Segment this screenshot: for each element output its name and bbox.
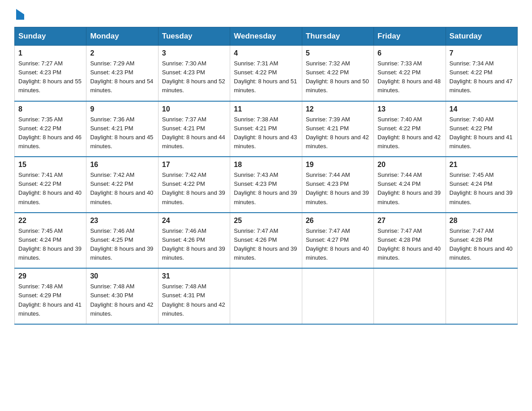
sunrise-label: Sunrise: 7:47 AM — [306, 227, 350, 234]
sunset-label: Sunset: 4:23 PM — [234, 180, 277, 187]
logo — [14, 11, 24, 20]
day-number: 23 — [90, 217, 154, 225]
daylight-label: Daylight: 8 hours and 44 minutes. — [162, 134, 225, 150]
calendar-day-cell: 31 Sunrise: 7:48 AM Sunset: 4:31 PM Dayl… — [158, 268, 230, 324]
sunset-label: Sunset: 4:24 PM — [18, 236, 61, 243]
daylight-label: Daylight: 8 hours and 51 minutes. — [234, 78, 297, 94]
day-number: 20 — [378, 161, 442, 169]
sunrise-label: Sunrise: 7:45 AM — [18, 227, 63, 234]
sunrise-label: Sunrise: 7:30 AM — [162, 60, 206, 67]
calendar-day-cell — [230, 268, 302, 324]
sunset-label: Sunset: 4:21 PM — [162, 125, 205, 132]
daylight-label: Daylight: 8 hours and 42 minutes. — [378, 134, 441, 150]
sunrise-label: Sunrise: 7:35 AM — [18, 116, 63, 123]
sunset-label: Sunset: 4:22 PM — [162, 180, 205, 187]
weekday-header-monday: Monday — [86, 27, 158, 46]
weekday-header-tuesday: Tuesday — [158, 27, 230, 46]
day-info: Sunrise: 7:44 AM Sunset: 4:23 PM Dayligh… — [306, 171, 370, 207]
day-info: Sunrise: 7:33 AM Sunset: 4:22 PM Dayligh… — [378, 59, 442, 95]
day-info: Sunrise: 7:48 AM Sunset: 4:29 PM Dayligh… — [18, 282, 82, 318]
sunrise-label: Sunrise: 7:31 AM — [234, 60, 278, 67]
calendar-day-cell: 16 Sunrise: 7:42 AM Sunset: 4:22 PM Dayl… — [86, 157, 158, 213]
sunrise-label: Sunrise: 7:38 AM — [234, 116, 278, 123]
sunset-label: Sunset: 4:23 PM — [90, 69, 133, 76]
daylight-label: Daylight: 8 hours and 42 minutes. — [306, 134, 369, 150]
day-number: 14 — [450, 105, 514, 113]
sunrise-label: Sunrise: 7:40 AM — [378, 116, 422, 123]
daylight-label: Daylight: 8 hours and 52 minutes. — [162, 78, 225, 94]
daylight-label: Daylight: 8 hours and 40 minutes. — [378, 245, 441, 261]
calendar-day-cell: 11 Sunrise: 7:38 AM Sunset: 4:21 PM Dayl… — [230, 101, 302, 157]
day-number: 29 — [18, 272, 82, 280]
day-number: 12 — [306, 105, 370, 113]
day-number: 1 — [18, 49, 82, 57]
sunset-label: Sunset: 4:22 PM — [378, 125, 420, 132]
calendar-day-cell: 25 Sunrise: 7:47 AM Sunset: 4:26 PM Dayl… — [230, 213, 302, 269]
day-number: 18 — [234, 161, 298, 169]
calendar-day-cell: 27 Sunrise: 7:47 AM Sunset: 4:28 PM Dayl… — [374, 213, 446, 269]
sunset-label: Sunset: 4:21 PM — [234, 125, 277, 132]
calendar-day-cell — [446, 268, 517, 324]
day-number: 10 — [162, 105, 226, 113]
day-number: 17 — [162, 161, 226, 169]
day-info: Sunrise: 7:34 AM Sunset: 4:22 PM Dayligh… — [450, 59, 514, 95]
day-number: 3 — [162, 49, 226, 57]
sunset-label: Sunset: 4:22 PM — [378, 69, 420, 76]
daylight-label: Daylight: 8 hours and 48 minutes. — [378, 78, 441, 94]
daylight-label: Daylight: 8 hours and 45 minutes. — [90, 134, 153, 150]
sunset-label: Sunset: 4:26 PM — [162, 236, 205, 243]
sunrise-label: Sunrise: 7:34 AM — [450, 60, 494, 67]
day-number: 26 — [306, 217, 370, 225]
day-info: Sunrise: 7:46 AM Sunset: 4:25 PM Dayligh… — [90, 227, 154, 263]
weekday-header-thursday: Thursday — [302, 27, 373, 46]
calendar-day-cell: 6 Sunrise: 7:33 AM Sunset: 4:22 PM Dayli… — [374, 46, 446, 101]
day-info: Sunrise: 7:29 AM Sunset: 4:23 PM Dayligh… — [90, 59, 154, 95]
daylight-label: Daylight: 8 hours and 39 minutes. — [90, 245, 153, 261]
day-info: Sunrise: 7:32 AM Sunset: 4:22 PM Dayligh… — [306, 59, 370, 95]
sunrise-label: Sunrise: 7:46 AM — [90, 227, 134, 234]
sunset-label: Sunset: 4:22 PM — [306, 69, 349, 76]
sunrise-label: Sunrise: 7:33 AM — [378, 60, 422, 67]
sunrise-label: Sunrise: 7:47 AM — [378, 227, 422, 234]
calendar-day-cell: 29 Sunrise: 7:48 AM Sunset: 4:29 PM Dayl… — [15, 268, 86, 324]
sunset-label: Sunset: 4:23 PM — [18, 69, 61, 76]
daylight-label: Daylight: 8 hours and 41 minutes. — [450, 134, 513, 150]
day-info: Sunrise: 7:36 AM Sunset: 4:21 PM Dayligh… — [90, 115, 154, 151]
day-number: 2 — [90, 49, 154, 57]
day-number: 16 — [90, 161, 154, 169]
calendar-day-cell: 28 Sunrise: 7:47 AM Sunset: 4:28 PM Dayl… — [446, 213, 517, 269]
daylight-label: Daylight: 8 hours and 40 minutes. — [306, 245, 369, 261]
sunset-label: Sunset: 4:22 PM — [234, 69, 277, 76]
sunset-label: Sunset: 4:21 PM — [90, 125, 133, 132]
daylight-label: Daylight: 8 hours and 39 minutes. — [306, 189, 369, 205]
day-number: 27 — [378, 217, 442, 225]
sunrise-label: Sunrise: 7:39 AM — [306, 116, 350, 123]
sunrise-label: Sunrise: 7:42 AM — [162, 171, 206, 178]
sunrise-label: Sunrise: 7:46 AM — [162, 227, 206, 234]
calendar-day-cell: 10 Sunrise: 7:37 AM Sunset: 4:21 PM Dayl… — [158, 101, 230, 157]
calendar-day-cell: 8 Sunrise: 7:35 AM Sunset: 4:22 PM Dayli… — [15, 101, 86, 157]
sunrise-label: Sunrise: 7:37 AM — [162, 116, 206, 123]
calendar-day-cell: 9 Sunrise: 7:36 AM Sunset: 4:21 PM Dayli… — [86, 101, 158, 157]
day-number: 7 — [450, 49, 514, 57]
day-number: 6 — [378, 49, 442, 57]
day-number: 31 — [162, 272, 226, 280]
sunrise-label: Sunrise: 7:45 AM — [450, 171, 494, 178]
calendar-day-cell — [374, 268, 446, 324]
day-info: Sunrise: 7:40 AM Sunset: 4:22 PM Dayligh… — [450, 115, 514, 151]
calendar-day-cell: 5 Sunrise: 7:32 AM Sunset: 4:22 PM Dayli… — [302, 46, 373, 101]
calendar-day-cell: 20 Sunrise: 7:44 AM Sunset: 4:24 PM Dayl… — [374, 157, 446, 213]
calendar-day-cell: 23 Sunrise: 7:46 AM Sunset: 4:25 PM Dayl… — [86, 213, 158, 269]
sunset-label: Sunset: 4:28 PM — [378, 236, 420, 243]
day-info: Sunrise: 7:27 AM Sunset: 4:23 PM Dayligh… — [18, 59, 82, 95]
sunset-label: Sunset: 4:22 PM — [18, 180, 61, 187]
sunset-label: Sunset: 4:22 PM — [18, 125, 61, 132]
calendar-day-cell: 1 Sunrise: 7:27 AM Sunset: 4:23 PM Dayli… — [15, 46, 86, 101]
daylight-label: Daylight: 8 hours and 54 minutes. — [90, 78, 153, 94]
day-info: Sunrise: 7:35 AM Sunset: 4:22 PM Dayligh… — [18, 115, 82, 151]
day-number: 15 — [18, 161, 82, 169]
sunrise-label: Sunrise: 7:29 AM — [90, 60, 134, 67]
sunrise-label: Sunrise: 7:43 AM — [234, 171, 278, 178]
weekday-header-sunday: Sunday — [15, 27, 86, 46]
sunset-label: Sunset: 4:22 PM — [90, 180, 133, 187]
